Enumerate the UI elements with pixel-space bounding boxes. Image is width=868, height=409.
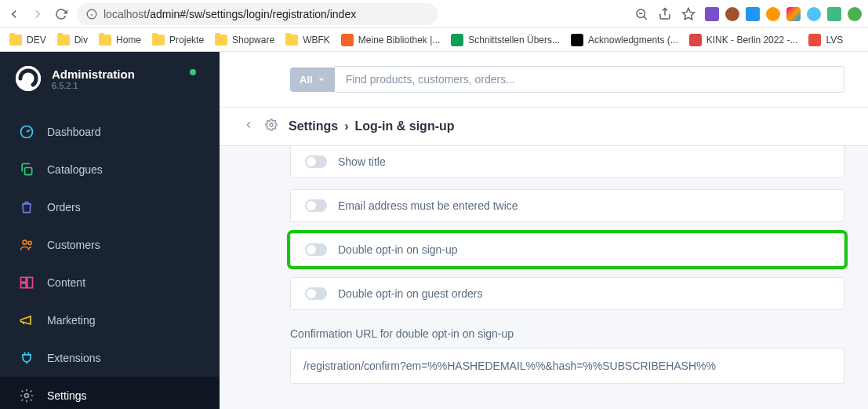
svg-marker-7 xyxy=(683,8,695,19)
sidebar-item-dashboard[interactable]: Dashboard xyxy=(0,113,220,151)
setting-double-optin-guest: Double opt-in on guest orders xyxy=(290,277,844,310)
bookmark-item[interactable]: KINK - Berlin 2022 -... xyxy=(689,34,798,46)
folder-icon xyxy=(99,35,111,46)
folder-icon xyxy=(285,35,298,46)
url-text: localhost/admin#/sw/settings/login/regis… xyxy=(104,8,356,20)
sidebar-item-extensions[interactable]: Extensions xyxy=(0,339,220,377)
search-input[interactable] xyxy=(335,66,844,93)
sidebar-item-label: Marketing xyxy=(47,314,95,327)
bookmark-item[interactable]: WBFK xyxy=(285,35,330,46)
toggle-show-title[interactable] xyxy=(305,155,327,168)
sidebar-nav: DashboardCataloguesOrdersCustomersConten… xyxy=(0,113,220,409)
bookmark-label: WBFK xyxy=(303,35,330,46)
plug-icon xyxy=(19,350,35,366)
global-search: All xyxy=(290,66,844,93)
megaphone-icon xyxy=(19,312,35,328)
bookmark-item[interactable]: Meine Bibliothek |... xyxy=(341,34,441,46)
brand-block: Administration 6.5.2.1 xyxy=(0,66,220,105)
svg-line-4 xyxy=(644,16,647,20)
ext-icon[interactable] xyxy=(725,7,739,21)
ext-icon[interactable] xyxy=(766,7,780,21)
breadcrumb-current: Log-in & sign-up xyxy=(354,119,454,133)
share-icon[interactable] xyxy=(658,7,672,21)
folder-icon xyxy=(152,35,165,46)
search-filter[interactable]: All xyxy=(290,68,335,92)
breadcrumb-parent[interactable]: Settings xyxy=(289,119,338,133)
ext-icon[interactable] xyxy=(746,7,760,21)
bookmark-label: Schnittstellen Übers... xyxy=(468,35,560,46)
bookmark-label: Home xyxy=(116,35,141,46)
ext-icon[interactable] xyxy=(827,7,841,21)
users-icon xyxy=(19,237,35,253)
favicon-icon xyxy=(571,34,583,46)
sidebar-item-marketing[interactable]: Marketing xyxy=(0,301,220,339)
sidebar-item-label: Dashboard xyxy=(47,126,101,138)
sidebar-item-content[interactable]: Content xyxy=(0,264,220,301)
sidebar-item-label: Customers xyxy=(47,239,100,251)
ext-icon[interactable] xyxy=(807,7,821,21)
svg-rect-13 xyxy=(21,277,27,282)
main-area: All Settings › Log-in & sign-up Sh xyxy=(220,52,868,409)
sidebar-item-label: Extensions xyxy=(47,352,100,364)
confirm-url-label: Confirmation URL for double opt-in on si… xyxy=(290,327,844,340)
bookmark-item[interactable]: DEV xyxy=(9,35,46,46)
info-icon xyxy=(86,9,97,20)
sidebar-item-catalogues[interactable]: Catalogues xyxy=(0,151,220,188)
bookmark-item[interactable]: Shopware xyxy=(215,35,274,46)
ext-icon[interactable] xyxy=(705,7,719,21)
brand-logo xyxy=(16,66,41,91)
bookmark-item[interactable]: Schnittstellen Übers... xyxy=(451,34,560,46)
page-settings-button[interactable] xyxy=(265,119,278,134)
bookmark-item[interactable]: Home xyxy=(99,35,141,46)
bookmark-label: Acknowledgments (... xyxy=(588,35,678,46)
forward-button[interactable] xyxy=(30,6,45,22)
bookmark-label: Shopware xyxy=(232,35,274,46)
svg-rect-10 xyxy=(25,168,32,175)
folder-icon xyxy=(57,35,70,46)
svg-point-12 xyxy=(28,241,31,244)
page-back-button[interactable] xyxy=(243,119,254,133)
breadcrumb: Settings › Log-in & sign-up xyxy=(289,119,455,133)
bookmark-label: Projekte xyxy=(169,35,204,46)
ext-icon[interactable] xyxy=(848,7,862,21)
bookmark-label: Div xyxy=(74,35,88,46)
setting-show-title: Show title xyxy=(290,146,844,178)
url-bar[interactable]: localhost/admin#/sw/settings/login/regis… xyxy=(77,3,438,25)
bookmark-item[interactable]: Acknowledgments (... xyxy=(571,34,678,46)
sidebar-item-label: Settings xyxy=(47,389,87,402)
sidebar-item-label: Content xyxy=(47,276,85,289)
zoom-icon[interactable] xyxy=(634,7,648,21)
favicon-icon xyxy=(341,34,354,46)
svg-point-11 xyxy=(23,240,27,244)
status-dot-icon xyxy=(190,69,196,75)
star-icon[interactable] xyxy=(681,7,695,21)
ext-icon[interactable] xyxy=(786,7,801,21)
toggle-email-twice[interactable] xyxy=(305,199,327,212)
reload-button[interactable] xyxy=(53,6,69,22)
browser-toolbar: localhost/admin#/sw/settings/login/regis… xyxy=(0,0,868,28)
svg-point-16 xyxy=(25,394,29,398)
setting-email-twice: Email address must be entered twice xyxy=(290,189,844,222)
toggle-double-optin-guest[interactable] xyxy=(305,287,327,300)
sidebar-item-settings[interactable]: Settings xyxy=(0,377,220,409)
folder-icon xyxy=(215,35,227,46)
setting-label: Email address must be entered twice xyxy=(338,199,518,212)
back-button[interactable] xyxy=(6,6,22,22)
gauge-icon xyxy=(19,124,35,140)
setting-label: Show title xyxy=(338,155,386,168)
svg-point-17 xyxy=(270,123,273,126)
brand-version: 6.5.2.1 xyxy=(52,81,135,90)
bookmark-item[interactable]: Projekte xyxy=(152,35,204,46)
bookmark-item[interactable]: LVS xyxy=(808,34,843,46)
confirm-url-input[interactable] xyxy=(290,348,844,384)
sidebar-item-customers[interactable]: Customers xyxy=(0,226,220,264)
brand-title: Administration xyxy=(52,68,135,81)
toggle-double-optin-signup[interactable] xyxy=(305,243,327,256)
bookmark-item[interactable]: Div xyxy=(57,35,88,46)
layout-icon xyxy=(19,275,35,290)
bookmark-label: Meine Bibliothek |... xyxy=(358,35,441,46)
folder-icon xyxy=(9,35,22,46)
sidebar-item-orders[interactable]: Orders xyxy=(0,188,220,226)
extension-icons xyxy=(705,7,862,21)
svg-rect-15 xyxy=(21,283,27,288)
